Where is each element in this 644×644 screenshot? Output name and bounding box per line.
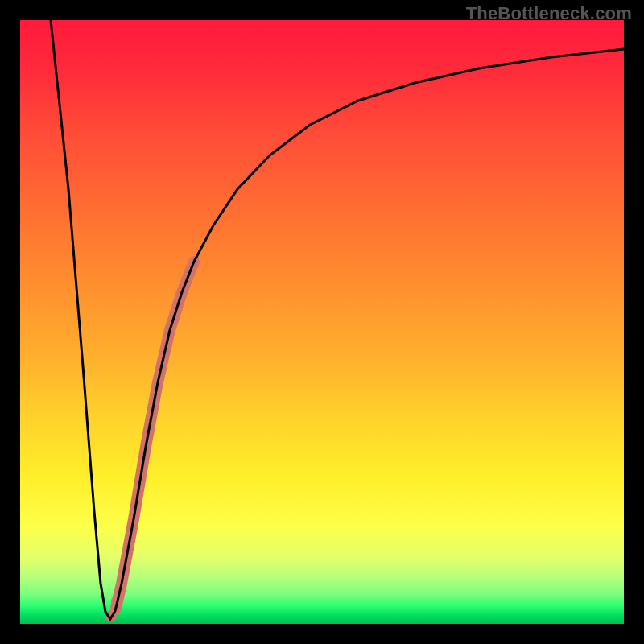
svg-point-1 [111, 596, 122, 607]
highlight-segment [105, 262, 194, 621]
svg-point-0 [105, 610, 117, 621]
curve-svg [20, 20, 624, 624]
bottleneck-curve [51, 20, 624, 619]
plot-area [20, 20, 624, 624]
watermark-text: TheBottleneck.com [466, 3, 632, 24]
chart-frame: TheBottleneck.com [0, 0, 644, 644]
